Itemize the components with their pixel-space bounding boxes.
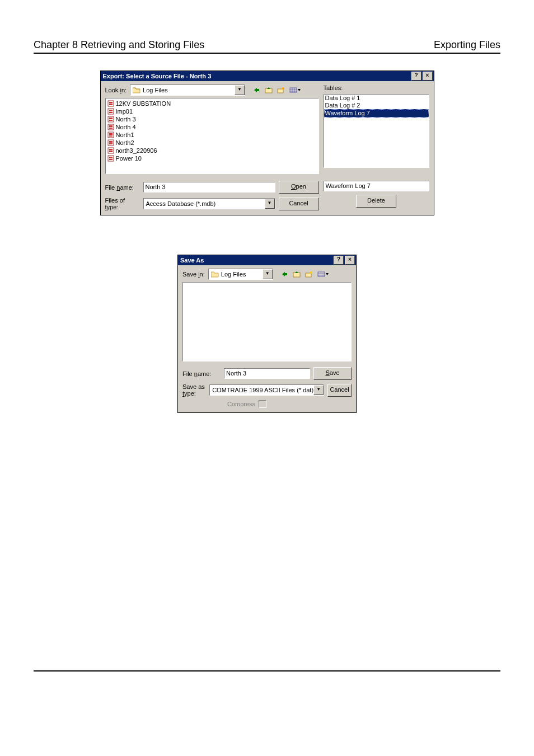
list-view-icon[interactable] xyxy=(288,85,302,95)
file-item[interactable]: 12KV SUBSTATION xyxy=(107,100,317,107)
saveastype-value: COMTRADE 1999 ASCII Files (*.dat) xyxy=(212,387,313,393)
back-arrow-icon[interactable] xyxy=(279,269,290,279)
export-dialog-title: Export: Select a Source File - North 3 xyxy=(103,73,410,79)
mdb-file-icon xyxy=(107,115,115,123)
table-item[interactable]: Data Log # 2 xyxy=(324,102,429,109)
svg-rect-28 xyxy=(109,149,113,151)
savein-combo[interactable]: Log Files ▼ xyxy=(208,269,273,280)
save-as-titlebar: Save As ? × xyxy=(178,255,356,265)
filetype-combo[interactable]: Access Database (*.mdb) ▼ xyxy=(143,198,275,209)
svg-rect-1 xyxy=(265,88,272,93)
help-button[interactable]: ? xyxy=(411,72,421,81)
filetype-value: Access Database (*.mdb) xyxy=(146,200,216,207)
up-folder-icon[interactable] xyxy=(291,269,302,279)
svg-rect-32 xyxy=(109,159,113,160)
svg-marker-33 xyxy=(211,272,218,277)
lookin-label: Look in: xyxy=(105,87,127,93)
filename-label: File name: xyxy=(182,370,221,377)
saveastype-combo[interactable]: COMTRADE 1999 ASCII Files (*.dat) ▼ xyxy=(209,384,324,396)
new-folder-icon[interactable] xyxy=(275,85,287,95)
svg-rect-17 xyxy=(109,120,113,121)
selected-table-display: Waveform Log 7 xyxy=(324,181,429,191)
file-item[interactable]: Power 10 xyxy=(107,154,317,162)
file-nav-toolbar xyxy=(251,85,302,95)
savein-value: Log Files xyxy=(221,271,246,278)
save-as-title: Save As xyxy=(180,257,332,264)
cancel-button[interactable]: Cancel xyxy=(327,384,352,397)
compress-label: Compress xyxy=(227,401,255,407)
svg-rect-10 xyxy=(109,102,113,104)
tables-list[interactable]: Data Log # 1 Data Log # 2 Waveform Log 7 xyxy=(324,94,429,168)
file-item[interactable]: North2 xyxy=(107,139,317,147)
dropdown-button[interactable]: ▼ xyxy=(313,385,324,395)
svg-rect-22 xyxy=(109,133,113,135)
back-arrow-icon[interactable] xyxy=(251,85,262,95)
table-item-selected[interactable]: Waveform Log 7 xyxy=(324,109,429,118)
save-button[interactable]: Save xyxy=(313,367,352,380)
close-button[interactable]: × xyxy=(345,256,355,265)
filetype-label: Files of type: xyxy=(105,197,140,210)
lookin-combo[interactable]: Log Files ▼ xyxy=(130,84,245,96)
file-item[interactable]: north3_220906 xyxy=(107,147,317,154)
mdb-file-icon xyxy=(107,154,115,162)
mdb-file-icon xyxy=(107,147,115,154)
export-dialog: Export: Select a Source File - North 3 ?… xyxy=(100,71,434,215)
file-item[interactable]: North 4 xyxy=(107,123,317,131)
svg-rect-11 xyxy=(109,104,113,105)
svg-rect-20 xyxy=(109,128,113,129)
svg-rect-4 xyxy=(290,88,297,92)
svg-rect-16 xyxy=(109,118,113,119)
svg-rect-34 xyxy=(293,273,300,277)
footer-rule xyxy=(34,670,500,672)
folder-icon xyxy=(133,87,140,93)
svg-point-36 xyxy=(310,271,312,274)
file-item[interactable]: North1 xyxy=(107,131,317,139)
filename-input[interactable]: North 3 xyxy=(143,182,275,192)
file-list[interactable]: 12KV SUBSTATION Imp01 North 3 North xyxy=(105,98,319,174)
header-right: Exporting Files xyxy=(434,39,500,51)
export-dialog-titlebar: Export: Select a Source File - North 3 ?… xyxy=(101,71,434,81)
mdb-file-icon xyxy=(107,107,115,115)
cancel-button[interactable]: Cancel xyxy=(279,198,319,210)
close-button[interactable]: × xyxy=(423,72,433,81)
dropdown-button[interactable]: ▼ xyxy=(265,199,275,209)
lookin-value: Log Files xyxy=(143,87,168,93)
open-button[interactable]: Open xyxy=(279,181,319,194)
page-header: Chapter 8 Retrieving and Storing Files E… xyxy=(34,39,500,54)
table-item[interactable]: Data Log # 1 xyxy=(324,95,429,102)
svg-rect-29 xyxy=(109,151,113,152)
mdb-file-icon xyxy=(107,123,115,131)
svg-rect-31 xyxy=(109,157,113,158)
help-button[interactable]: ? xyxy=(334,256,344,265)
file-item[interactable]: North 3 xyxy=(107,115,317,123)
svg-rect-14 xyxy=(109,112,113,113)
compress-checkbox[interactable] xyxy=(259,400,266,408)
dropdown-button[interactable]: ▼ xyxy=(235,85,245,95)
mdb-file-icon xyxy=(107,139,115,147)
dropdown-button[interactable]: ▼ xyxy=(263,269,273,279)
svg-rect-35 xyxy=(306,273,311,277)
up-folder-icon[interactable] xyxy=(263,85,274,95)
file-area[interactable] xyxy=(182,282,352,361)
new-folder-icon[interactable] xyxy=(303,269,315,279)
file-nav-toolbar xyxy=(279,269,330,279)
list-view-icon[interactable] xyxy=(316,269,330,279)
folder-icon xyxy=(211,271,219,278)
filename-input[interactable]: North 3 xyxy=(224,368,310,379)
svg-rect-37 xyxy=(318,272,325,276)
delete-button[interactable]: Delete xyxy=(356,195,396,208)
save-as-dialog: Save As ? × Save in: Log Files ▼ xyxy=(177,255,357,413)
svg-marker-0 xyxy=(133,88,140,93)
filename-label: File name: xyxy=(105,184,140,191)
svg-rect-26 xyxy=(109,143,113,144)
file-item[interactable]: Imp01 xyxy=(107,107,317,115)
svg-rect-19 xyxy=(109,125,113,127)
compress-row: Compress xyxy=(182,400,352,408)
tables-label: Tables: xyxy=(324,84,429,91)
svg-rect-2 xyxy=(278,89,283,93)
svg-rect-13 xyxy=(109,110,113,111)
svg-rect-25 xyxy=(109,141,113,143)
saveastype-label: Save as type: xyxy=(182,383,206,397)
mdb-file-icon xyxy=(107,131,115,139)
svg-rect-23 xyxy=(109,135,113,137)
